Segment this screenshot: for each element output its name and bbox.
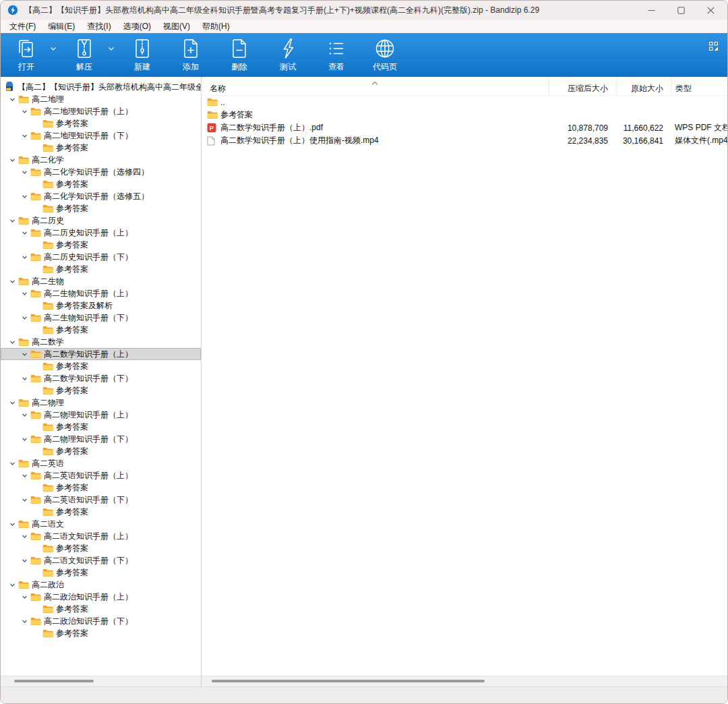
maximize-button[interactable]: [676, 5, 686, 15]
minimize-button[interactable]: [646, 5, 656, 15]
tree-item[interactable]: 参考答案: [1, 627, 201, 639]
chevron-expanded-icon[interactable]: [18, 594, 30, 600]
extract-dropdown-chevron-icon[interactable]: [103, 37, 119, 60]
tree-item[interactable]: 参考答案: [1, 445, 201, 457]
tree-item[interactable]: 参考答案: [1, 117, 201, 129]
chevron-expanded-icon[interactable]: [18, 436, 30, 442]
chevron-expanded-icon[interactable]: [18, 412, 30, 418]
tree-horizontal-scrollbar[interactable]: [1, 676, 202, 686]
tree-item[interactable]: 参考答案: [1, 506, 201, 518]
chevron-expanded-icon[interactable]: [6, 400, 18, 406]
tree-item[interactable]: 高二政治: [1, 579, 201, 591]
tree-item[interactable]: 高二地理知识手册（上）: [1, 105, 201, 117]
tree-item[interactable]: 高二数学: [1, 336, 201, 348]
menu-find[interactable]: 查找(I): [81, 21, 117, 32]
tree-item[interactable]: 高二化学: [1, 154, 201, 166]
chevron-expanded-icon[interactable]: [18, 133, 30, 139]
tree-item[interactable]: 高二化学知识手册（选修五）: [1, 190, 201, 202]
tree-item[interactable]: 高二历史知识手册（下）: [1, 251, 201, 263]
chevron-expanded-icon[interactable]: [18, 533, 30, 539]
tree-item[interactable]: 参考答案: [1, 542, 201, 554]
tree-item[interactable]: 高二历史: [1, 214, 201, 227]
chevron-expanded-icon[interactable]: [18, 230, 30, 236]
customize-layout-icon[interactable]: [709, 41, 718, 53]
tree-item[interactable]: 高二政治知识手册（下）: [1, 615, 201, 627]
folder-row[interactable]: ..: [202, 96, 727, 109]
chevron-expanded-icon[interactable]: [6, 461, 18, 467]
tree-item[interactable]: 参考答案及解析: [1, 299, 201, 312]
column-header-type[interactable]: 类型: [671, 77, 727, 95]
tree-item[interactable]: 高二英语知识手册（上）: [1, 469, 201, 481]
chevron-expanded-icon[interactable]: [18, 169, 30, 175]
chevron-expanded-icon[interactable]: [18, 291, 30, 297]
tree-item[interactable]: 参考答案: [1, 263, 201, 275]
tree-item[interactable]: 高二生物知识手册（上）: [1, 287, 201, 299]
tree-item[interactable]: 高二地理知识手册（下）: [1, 129, 201, 142]
list-scrollbar-thumb[interactable]: [212, 680, 485, 682]
list-horizontal-scrollbar[interactable]: [202, 676, 727, 686]
tree-item[interactable]: 高二数学知识手册（上）: [1, 348, 201, 360]
tree-item[interactable]: 高二物理: [1, 397, 201, 409]
tree-item[interactable]: 参考答案: [1, 481, 201, 494]
menu-options[interactable]: 选项(O): [117, 21, 157, 32]
tree-item[interactable]: 高二化学知识手册（选修四）: [1, 166, 201, 178]
tree-item[interactable]: 高二语文: [1, 518, 201, 530]
chevron-expanded-icon[interactable]: [6, 582, 18, 588]
tree-item[interactable]: 参考答案: [1, 360, 201, 372]
tree-item[interactable]: 参考答案: [1, 421, 201, 433]
chevron-expanded-icon[interactable]: [6, 157, 18, 163]
menu-help[interactable]: 帮助(H): [196, 21, 236, 32]
chevron-expanded-icon[interactable]: [6, 339, 18, 345]
tree-item[interactable]: 高二数学知识手册（下）: [1, 372, 201, 384]
tree-item[interactable]: 高二语文知识手册（下）: [1, 554, 201, 566]
open-button[interactable]: 打开: [7, 37, 45, 73]
menu-edit[interactable]: 编辑(E): [42, 21, 81, 32]
add-files-button[interactable]: 添加: [172, 37, 210, 73]
codepage-button[interactable]: 代码页: [366, 37, 404, 73]
chevron-expanded-icon[interactable]: [18, 618, 30, 624]
tree-item[interactable]: 高二政治知识手册（上）: [1, 591, 201, 603]
title-bar[interactable]: 【高二】【知识手册】头部教培机构高中高二年级全科知识手册暨高考专题复习手册(上+…: [1, 1, 727, 20]
tree-item[interactable]: 参考答案: [1, 239, 201, 251]
tree-item[interactable]: 高二物理知识手册（下）: [1, 433, 201, 445]
tree-item[interactable]: 参考答案: [1, 142, 201, 154]
menu-view[interactable]: 视图(V): [157, 21, 196, 32]
tree-item[interactable]: 高二地理: [1, 93, 201, 105]
chevron-expanded-icon[interactable]: [18, 194, 30, 200]
view-file-button[interactable]: 查看: [317, 37, 355, 73]
file-row[interactable]: P高二数学知识手册（上）.pdf10,878,70911,660,622WPS …: [202, 121, 727, 134]
chevron-expanded-icon[interactable]: [18, 376, 30, 382]
folder-row[interactable]: 参考答案: [202, 109, 727, 121]
chevron-expanded-icon[interactable]: [6, 278, 18, 285]
tree-item[interactable]: 参考答案: [1, 603, 201, 615]
chevron-expanded-icon[interactable]: [18, 473, 30, 479]
delete-files-button[interactable]: 删除: [220, 37, 258, 73]
chevron-expanded-icon[interactable]: [6, 521, 18, 527]
tree-item[interactable]: 高二历史知识手册（上）: [1, 227, 201, 239]
chevron-expanded-icon[interactable]: [18, 497, 30, 503]
column-header-packed-size[interactable]: 压缩后大小: [549, 77, 616, 95]
close-button[interactable]: [706, 5, 715, 15]
new-archive-button[interactable]: 新建: [123, 37, 161, 73]
chevron-expanded-icon[interactable]: [18, 109, 30, 115]
chevron-expanded-icon[interactable]: [6, 96, 18, 102]
chevron-expanded-icon[interactable]: [18, 254, 30, 260]
menu-file[interactable]: 文件(F): [3, 21, 42, 32]
column-header-original-size[interactable]: 原始大小: [616, 77, 671, 95]
tree-item[interactable]: 参考答案: [1, 202, 201, 214]
tree-item[interactable]: 参考答案: [1, 566, 201, 579]
tree-item[interactable]: 参考答案: [1, 384, 201, 397]
chevron-expanded-icon[interactable]: [6, 218, 18, 224]
chevron-expanded-icon[interactable]: [18, 351, 30, 357]
test-archive-button[interactable]: 测试: [269, 37, 307, 73]
tree-scrollbar-thumb[interactable]: [14, 680, 94, 682]
tree-item[interactable]: 高二物理知识手册（上）: [1, 409, 201, 421]
extract-button[interactable]: 解压: [65, 37, 103, 73]
tree-item[interactable]: 参考答案: [1, 178, 201, 190]
tree-item[interactable]: 高二语文知识手册（上）: [1, 530, 201, 542]
tree-item[interactable]: 高二生物知识手册（下）: [1, 312, 201, 324]
tree-item[interactable]: 高二英语知识手册（下）: [1, 494, 201, 506]
chevron-expanded-icon[interactable]: [18, 315, 30, 321]
file-row[interactable]: 高二数学知识手册（上）使用指南-视频.mp422,234,83530,166,8…: [202, 134, 727, 147]
tree-root-item[interactable]: 【高二】【知识手册】头部教培机构高中高二年级全科知识手册暨高考专题复习手册(上+…: [1, 81, 201, 93]
